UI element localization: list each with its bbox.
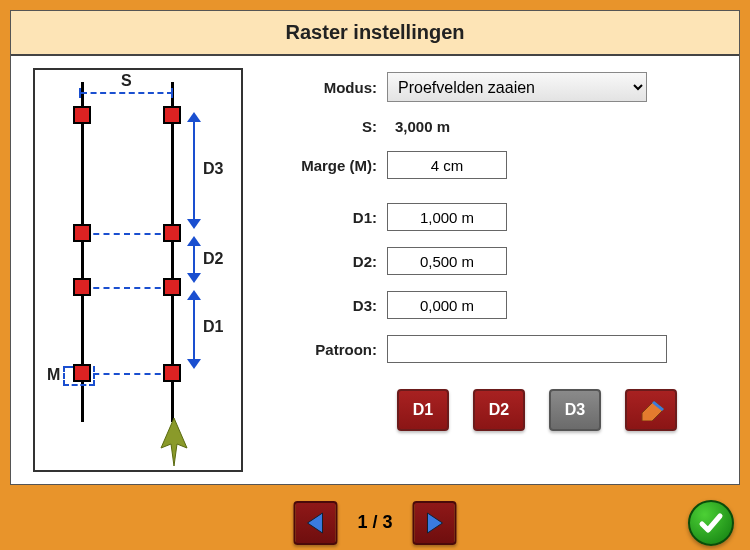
erase-button[interactable] — [625, 389, 677, 431]
modus-label: Modus: — [267, 79, 387, 96]
d1-label: D1: — [267, 209, 387, 226]
svg-marker-7 — [642, 401, 664, 421]
page-title: Raster instellingen — [11, 11, 739, 56]
triangle-right-icon — [424, 511, 446, 535]
form-panel: Modus: Proefvelden zaaien S: 3,000 m Mar… — [267, 68, 717, 472]
d2-label: D2: — [267, 253, 387, 270]
s-label: S: — [267, 118, 387, 135]
svg-marker-10 — [428, 513, 443, 533]
diagram-panel: S D3 D2 — [33, 68, 243, 472]
svg-marker-2 — [187, 236, 201, 246]
patroon-input[interactable] — [387, 335, 667, 363]
s-value: 3,000 m — [387, 118, 450, 135]
diagram-label-s: S — [121, 72, 132, 90]
diagram-label-d3: D3 — [203, 160, 223, 178]
diagram-label-m: M — [47, 366, 60, 384]
d3-input[interactable] — [387, 291, 507, 319]
diagram-label-d1: D1 — [203, 318, 223, 336]
d1-input[interactable] — [387, 203, 507, 231]
d2-input[interactable] — [387, 247, 507, 275]
marge-input[interactable] — [387, 151, 507, 179]
prev-button[interactable] — [293, 501, 337, 545]
svg-marker-3 — [187, 273, 201, 283]
svg-marker-5 — [187, 359, 201, 369]
d3-label: D3: — [267, 297, 387, 314]
next-button[interactable] — [413, 501, 457, 545]
svg-marker-4 — [187, 290, 201, 300]
eraser-icon — [636, 399, 666, 421]
svg-marker-0 — [187, 112, 201, 122]
marge-label: Marge (M): — [267, 157, 387, 174]
d3-button[interactable]: D3 — [549, 389, 601, 431]
check-icon — [697, 509, 725, 537]
patroon-label: Patroon: — [267, 341, 387, 358]
arrow-marker-icon — [157, 418, 191, 466]
svg-marker-6 — [161, 418, 187, 466]
svg-marker-1 — [187, 219, 201, 229]
diagram-label-d2: D2 — [203, 250, 223, 268]
modus-select[interactable]: Proefvelden zaaien — [387, 72, 647, 102]
d1-button[interactable]: D1 — [397, 389, 449, 431]
d2-button[interactable]: D2 — [473, 389, 525, 431]
triangle-left-icon — [304, 511, 326, 535]
confirm-button[interactable] — [688, 500, 734, 546]
svg-marker-9 — [307, 513, 322, 533]
footer: 1 / 3 — [0, 495, 750, 550]
pager-text: 1 / 3 — [357, 512, 392, 533]
